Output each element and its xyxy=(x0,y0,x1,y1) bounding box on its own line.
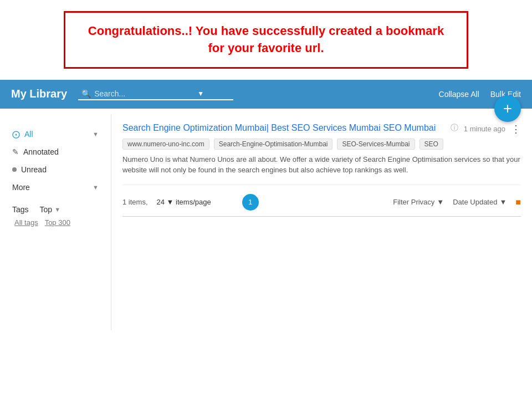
bookmark-meta-right: 1 minute ago ⋮ xyxy=(464,123,521,135)
top300-link[interactable]: Top 300 xyxy=(45,218,70,227)
rss-icon[interactable]: ■ xyxy=(515,197,521,207)
filter-privacy-button[interactable]: Filter Privacy ▼ xyxy=(393,198,444,206)
tag-chip-1[interactable]: Search-Engine-Optimisation-Mumbai xyxy=(214,139,333,150)
tag-chip-2[interactable]: SEO-Services-Mumbai xyxy=(337,139,415,150)
search-container: 🔍 ▼ xyxy=(78,88,233,100)
tags-section: Tags Top ▼ All tags Top 300 xyxy=(6,196,105,231)
tags-top-label: Top xyxy=(40,205,53,214)
bookmark-timestamp: 1 minute ago xyxy=(464,125,505,133)
bookmark-title-row: Search Engine Optimization Mumbai| Best … xyxy=(122,123,521,135)
tags-top-dropdown-icon[interactable]: ▼ xyxy=(54,206,60,213)
filter-right: Filter Privacy ▼ Date Updated ▼ ■ xyxy=(393,197,521,207)
all-label: All xyxy=(24,130,33,139)
pencil-icon: ✎ xyxy=(12,147,19,156)
content-area: Search Engine Optimization Mumbai| Best … xyxy=(111,114,532,330)
add-button[interactable]: + xyxy=(494,95,521,122)
items-per-page: 24 ▼ items/page xyxy=(157,198,211,206)
success-message: Congratulations..! You have successfully… xyxy=(82,23,450,57)
sidebar-item-unread[interactable]: Unread xyxy=(6,161,105,178)
content-divider xyxy=(122,216,521,217)
sidebar-item-more[interactable]: More ▼ xyxy=(6,178,105,196)
tags-label: Tags Top ▼ xyxy=(12,205,99,214)
library-header: My Library 🔍 ▼ Collapse All Bulk Edit + xyxy=(0,80,532,109)
bookmark-title[interactable]: Search Engine Optimization Mumbai| Best … xyxy=(122,123,443,133)
bookmark-description: Numero Uno is what Numero Unos are all a… xyxy=(122,154,521,176)
sidebar: ⨀ All ▼ ✎ Annotated Unread More ▼ Tags T… xyxy=(0,114,111,330)
collapse-all-button[interactable]: Collapse All xyxy=(439,90,479,99)
more-vert-icon[interactable]: ⋮ xyxy=(511,123,521,135)
items-count: 1 items, xyxy=(122,198,148,206)
more-dropdown-icon: ▼ xyxy=(93,184,99,191)
bookmark-card: Search Engine Optimization Mumbai| Best … xyxy=(122,123,521,185)
tag-chip-3[interactable]: SEO xyxy=(420,139,443,150)
bookmark-url-tag[interactable]: www.numero-uno-inc.com xyxy=(122,139,209,150)
sidebar-item-all[interactable]: ⨀ All ▼ xyxy=(6,125,105,143)
date-dropdown-icon: ▼ xyxy=(499,198,507,206)
success-banner: Congratulations..! You have successfully… xyxy=(64,11,468,69)
bookmark-tags-row: www.numero-uno-inc.com Search-Engine-Opt… xyxy=(122,139,521,150)
annotated-label: Annotated xyxy=(23,147,59,156)
dot-icon xyxy=(12,167,17,172)
bookmark-title-wrapper: Search Engine Optimization Mumbai| Best … xyxy=(122,123,458,133)
main-content: ⨀ All ▼ ✎ Annotated Unread More ▼ Tags T… xyxy=(0,109,532,330)
unread-label: Unread xyxy=(21,165,47,174)
search-dropdown-arrow-icon[interactable]: ▼ xyxy=(197,90,204,98)
info-icon: ⓘ xyxy=(451,123,458,133)
all-dropdown-icon: ▼ xyxy=(93,131,99,137)
date-updated-button[interactable]: Date Updated ▼ xyxy=(453,198,507,206)
filter-privacy-dropdown-icon: ▼ xyxy=(437,198,444,206)
all-tags-link[interactable]: All tags xyxy=(14,218,38,227)
page-1-button[interactable]: 1 xyxy=(242,194,259,211)
pagination-row: 1 items, 24 ▼ items/page 1 Filter Privac… xyxy=(122,194,521,211)
grid-icon: ⨀ xyxy=(12,130,20,139)
more-label: More xyxy=(12,183,30,192)
search-input[interactable] xyxy=(94,89,194,98)
library-title: My Library xyxy=(11,88,67,100)
tags-links: All tags Top 300 xyxy=(12,218,99,227)
sidebar-item-annotated[interactable]: ✎ Annotated xyxy=(6,143,105,161)
pagination-numbers: 1 xyxy=(242,194,259,211)
search-icon: 🔍 xyxy=(81,89,91,98)
